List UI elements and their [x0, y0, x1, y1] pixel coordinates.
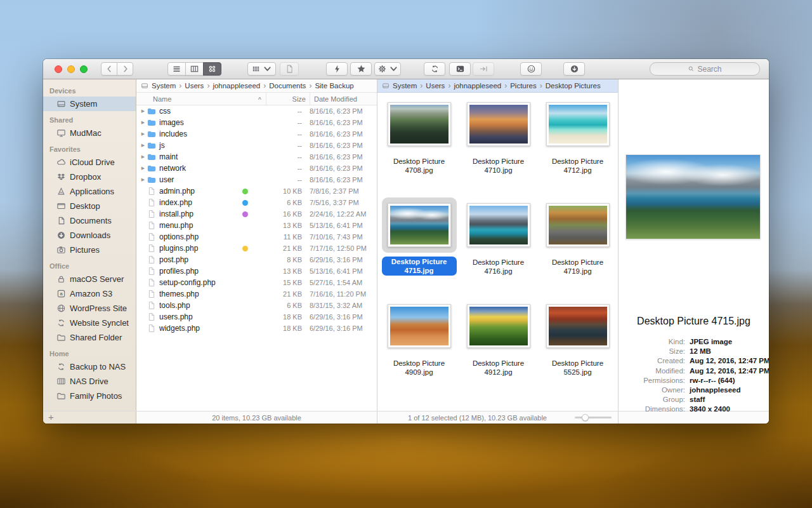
minimize-button[interactable]	[67, 65, 75, 73]
file-row-images[interactable]: ▶ images -- 8/16/16, 6:23 PM	[136, 117, 377, 128]
file-row-network[interactable]: ▶ network -- 8/16/16, 6:23 PM	[136, 163, 377, 174]
breadcrumb-item-desktop-pictures[interactable]: Desktop Pictures	[546, 82, 601, 90]
disclosure-triangle-icon[interactable]: ▶	[140, 143, 147, 148]
favorites-button[interactable]	[350, 62, 372, 76]
zoom-button[interactable]	[80, 65, 88, 73]
search-input[interactable]: Search	[650, 62, 760, 76]
disclosure-triangle-icon[interactable]: ▶	[140, 131, 147, 137]
chevron-down-icon	[263, 64, 272, 74]
slider-thumb[interactable]	[582, 414, 589, 421]
sidebar-item-wordpress-site[interactable]: WordPress Site	[43, 301, 136, 316]
disclosure-triangle-icon[interactable]: ▶	[140, 109, 147, 114]
file-row-options-php[interactable]: options.php 11 KB 7/10/16, 7:43 PM	[136, 231, 377, 243]
sidebar-item-label: Shared Folder	[70, 333, 122, 342]
disclosure-triangle-icon[interactable]: ▶	[140, 177, 147, 182]
breadcrumb-item-johnappleseed[interactable]: johnappleseed	[213, 82, 260, 90]
file-name: menu.php	[159, 221, 193, 230]
file-row-index-php[interactable]: index.php 6 KB 7/5/16, 3:37 PM	[136, 197, 377, 208]
add-favorite-button[interactable]: +	[48, 411, 54, 423]
grid-item-desktop-picture-4715-jpg[interactable]: Desktop Picture 4715.jpg	[379, 197, 459, 298]
feedback-button[interactable]	[520, 62, 542, 76]
file-size: --	[262, 107, 302, 115]
downloads-button[interactable]	[563, 62, 585, 76]
close-button[interactable]	[55, 65, 62, 73]
sidebar-item-icloud-drive[interactable]: iCloud Drive	[43, 155, 136, 170]
sidebar-item-nas-drive[interactable]: NAS Drive	[43, 374, 136, 389]
new-file-button[interactable]	[280, 62, 299, 76]
breadcrumb-item-system[interactable]: System	[152, 82, 176, 90]
column-header-size[interactable]: Size	[266, 93, 310, 105]
thumbnail-frame	[382, 197, 457, 253]
file-row-post-php[interactable]: post.php 8 KB 6/29/16, 3:16 PM	[136, 254, 377, 265]
breadcrumb-item-system[interactable]: System	[393, 82, 417, 90]
sidebar-item-website-synclet[interactable]: Website Synclet	[43, 316, 136, 330]
terminal-button[interactable]	[449, 62, 471, 76]
column-view-button[interactable]	[185, 62, 204, 76]
sidebar-item-desktop[interactable]: Desktop	[43, 199, 136, 213]
breadcrumb-item-users[interactable]: Users	[185, 82, 204, 90]
grid-item-desktop-picture-5525-jpg[interactable]: Desktop Picture 5525.jpg	[538, 298, 617, 399]
grid-item-desktop-picture-4710-jpg[interactable]: Desktop Picture 4710.jpg	[459, 97, 538, 197]
forward-button[interactable]	[117, 62, 133, 76]
grid-item-desktop-picture-4708-jpg[interactable]: Desktop Picture 4708.jpg	[379, 97, 459, 197]
grid-item-desktop-picture-4712-jpg[interactable]: Desktop Picture 4712.jpg	[538, 97, 617, 197]
arrange-button[interactable]	[247, 62, 276, 76]
file-row-install-php[interactable]: install.php 16 KB 2/24/16, 12:22 AM	[136, 208, 377, 220]
file-row-profiles-php[interactable]: profiles.php 13 KB 5/13/16, 6:41 PM	[136, 265, 377, 277]
file-row-tools-php[interactable]: tools.php 6 KB 8/31/15, 3:32 AM	[136, 300, 377, 311]
sidebar-section-favorites: Favorites iCloud Drive Dropbox Applicati…	[43, 140, 136, 257]
breadcrumb-item-documents[interactable]: Documents	[269, 82, 306, 90]
file-row-css[interactable]: ▶ css -- 8/16/16, 6:23 PM	[136, 105, 377, 117]
file-row-themes-php[interactable]: themes.php 21 KB 7/16/16, 11:20 PM	[136, 288, 377, 300]
file-row-widgets-php[interactable]: widgets.php 18 KB 6/29/16, 3:16 PM	[136, 323, 377, 334]
column-header-name[interactable]: Name ^	[136, 93, 266, 105]
file-row-maint[interactable]: ▶ maint -- 8/16/16, 6:23 PM	[136, 151, 377, 163]
sync-icon	[56, 318, 66, 328]
file-size: 15 KB	[262, 279, 302, 286]
sidebar-item-system[interactable]: System	[43, 97, 136, 111]
sidebar-item-downloads[interactable]: Downloads	[43, 228, 136, 243]
sidebar-item-backup-to-nas[interactable]: Backup to NAS	[43, 359, 136, 374]
sidebar-item-mudmac[interactable]: MudMac	[43, 126, 136, 140]
breadcrumb-item-users[interactable]: Users	[426, 82, 445, 90]
sidebar-item-pictures[interactable]: Pictures	[43, 243, 136, 257]
breadcrumb-item-johnappleseed[interactable]: johnappleseed	[454, 82, 501, 90]
icon-size-slider[interactable]	[575, 417, 612, 418]
sidebar-item-family-photos[interactable]: Family Photos	[43, 389, 136, 403]
sidebar-item-dropbox[interactable]: Dropbox	[43, 170, 136, 184]
file-row-setup-config-php[interactable]: setup-config.php 15 KB 5/27/16, 1:54 AM	[136, 277, 377, 288]
sidebar-item-applications[interactable]: Applications	[43, 184, 136, 199]
sync-button[interactable]	[424, 62, 445, 76]
icon-view-button[interactable]	[203, 62, 221, 76]
list-view-button[interactable]	[167, 62, 186, 76]
grid-item-desktop-picture-4716-jpg[interactable]: Desktop Picture 4716.jpg	[459, 197, 538, 298]
column-view-icon	[190, 64, 199, 74]
sidebar-item-amazon-s3[interactable]: Amazon S3	[43, 286, 136, 301]
breadcrumb-item-site-backup[interactable]: Site Backup	[315, 82, 353, 90]
grid-item-desktop-picture-4719-jpg[interactable]: Desktop Picture 4719.jpg	[538, 197, 617, 298]
file-row-plugins-php[interactable]: plugins.php 21 KB 7/17/16, 12:50 PM	[136, 243, 377, 254]
grid-item-desktop-picture-4909-jpg[interactable]: Desktop Picture 4909.jpg	[379, 298, 459, 399]
file-row-user[interactable]: ▶ user -- 8/16/16, 6:23 PM	[136, 174, 377, 185]
transfer-button[interactable]	[473, 62, 494, 76]
sidebar-item-shared-folder[interactable]: Shared Folder	[43, 330, 136, 345]
sidebar-item-macos-server[interactable]: macOS Server	[43, 272, 136, 286]
file-row-users-php[interactable]: users.php 18 KB 6/29/16, 3:16 PM	[136, 311, 377, 323]
grid-item-label: Desktop Picture 4710.jpg	[466, 157, 532, 175]
sidebar-item-label: NAS Drive	[70, 377, 108, 386]
sidebar-item-documents[interactable]: Documents	[43, 213, 136, 228]
column-header-date[interactable]: Date Modified	[310, 93, 377, 105]
quick-actions-button[interactable]	[326, 62, 348, 76]
file-row-js[interactable]: ▶ js -- 8/16/16, 6:23 PM	[136, 140, 377, 151]
settings-button[interactable]	[374, 62, 401, 76]
breadcrumb-separator: ›	[309, 81, 311, 90]
grid-item-desktop-picture-4912-jpg[interactable]: Desktop Picture 4912.jpg	[459, 298, 538, 399]
file-row-admin-php[interactable]: admin.php 10 KB 7/8/16, 2:37 PM	[136, 185, 377, 197]
disclosure-triangle-icon[interactable]: ▶	[140, 154, 147, 159]
disclosure-triangle-icon[interactable]: ▶	[140, 166, 147, 171]
breadcrumb-item-pictures[interactable]: Pictures	[510, 82, 537, 90]
file-row-menu-php[interactable]: menu.php 13 KB 5/13/16, 6:41 PM	[136, 220, 377, 231]
back-button[interactable]	[101, 62, 117, 76]
disclosure-triangle-icon[interactable]: ▶	[140, 120, 147, 125]
file-row-includes[interactable]: ▶ includes -- 8/16/16, 6:23 PM	[136, 128, 377, 140]
